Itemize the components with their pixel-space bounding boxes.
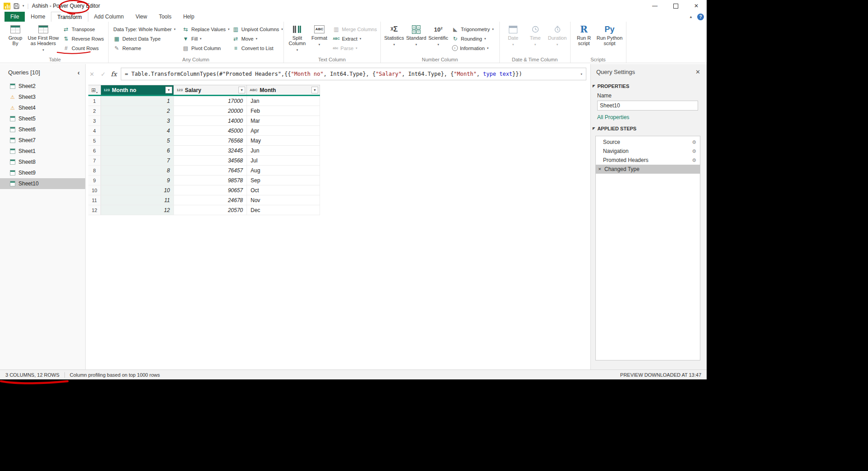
convert-to-list-button[interactable]: ≡ Convert to List: [231, 43, 281, 53]
cell-month[interactable]: Jun: [247, 146, 320, 155]
tab-transform[interactable]: Transform: [51, 12, 88, 22]
select-all-corner[interactable]: ⊞▾: [88, 85, 101, 95]
profiling-status[interactable]: Column profiling based on top 1000 rows: [70, 372, 160, 378]
unpivot-columns-button[interactable]: ▥ Unpivot Columns▾: [231, 24, 281, 34]
row-number[interactable]: 8: [88, 166, 101, 175]
row-number[interactable]: 12: [88, 205, 101, 215]
filter-icon[interactable]: ▼: [311, 87, 318, 93]
cell-month-no[interactable]: 8: [101, 166, 174, 175]
row-number[interactable]: 9: [88, 175, 101, 185]
cell-month-no[interactable]: 6: [101, 146, 174, 155]
step-source[interactable]: Source ⚙: [596, 138, 700, 147]
cell-salary[interactable]: 17000: [174, 96, 247, 106]
row-number[interactable]: 3: [88, 116, 101, 125]
cell-month-no[interactable]: 3: [101, 116, 174, 125]
commit-formula-icon[interactable]: ✓: [100, 71, 107, 78]
cell-salary[interactable]: 45000: [174, 126, 247, 135]
query-item-sheet4[interactable]: ⚠Sheet4: [0, 102, 85, 113]
row-number[interactable]: 1: [88, 96, 101, 106]
standard-button[interactable]: +−×÷ Standard▾: [406, 23, 427, 56]
cell-salary[interactable]: 20000: [174, 106, 247, 115]
cell-salary[interactable]: 76568: [174, 136, 247, 145]
expand-formula-bar-icon[interactable]: ▾: [580, 72, 583, 76]
cell-month[interactable]: May: [247, 136, 320, 145]
cell-salary[interactable]: 34568: [174, 156, 247, 165]
statistics-button[interactable]: ΧΣ Statistics▾: [384, 23, 405, 56]
step-promoted-headers[interactable]: Promoted Headers ⚙: [596, 156, 700, 165]
use-first-row-as-headers-button[interactable]: Use First Row as Headers▾: [27, 23, 59, 56]
cell-month-no[interactable]: 9: [101, 175, 174, 185]
filter-icon[interactable]: ▼: [238, 87, 245, 93]
cell-month-no[interactable]: 11: [101, 195, 174, 205]
pivot-column-button[interactable]: ▤ Pivot Column: [181, 43, 229, 53]
cell-salary[interactable]: 76457: [174, 166, 247, 175]
cell-salary[interactable]: 98578: [174, 175, 247, 185]
cell-month[interactable]: Jan: [247, 96, 320, 106]
format-button[interactable]: ABC Format▾: [309, 23, 330, 56]
column-header-month-no[interactable]: 123 Month no ▼: [101, 85, 174, 95]
cell-salary[interactable]: 32445: [174, 146, 247, 155]
tab-help[interactable]: Help: [177, 12, 200, 22]
column-header-month[interactable]: ABC Month ▼: [247, 85, 320, 95]
tab-add-column[interactable]: Add Column: [88, 12, 130, 22]
minimize-button[interactable]: —: [644, 0, 665, 12]
cell-month[interactable]: Sep: [247, 175, 320, 185]
query-item-sheet6[interactable]: Sheet6: [0, 124, 85, 135]
cell-month-no[interactable]: 10: [101, 185, 174, 195]
cell-month[interactable]: Dec: [247, 205, 320, 215]
row-number[interactable]: 6: [88, 146, 101, 155]
cell-month-no[interactable]: 1: [101, 96, 174, 106]
rounding-button[interactable]: ↻ Rounding▾: [450, 34, 497, 43]
gear-icon[interactable]: ⚙: [692, 157, 696, 163]
run-r-script-button[interactable]: R Run R script: [574, 23, 594, 56]
cell-month-no[interactable]: 7: [101, 156, 174, 165]
query-item-sheet10-selected[interactable]: Sheet10: [0, 178, 85, 189]
rename-button[interactable]: ✎ Rename: [112, 43, 179, 53]
cell-month[interactable]: Oct: [247, 185, 320, 195]
query-item-sheet8[interactable]: Sheet8: [0, 157, 85, 167]
properties-section-header[interactable]: ◤ PROPERTIES: [591, 78, 707, 91]
filter-icon[interactable]: ▼: [165, 87, 172, 93]
row-number[interactable]: 4: [88, 126, 101, 135]
query-item-sheet5[interactable]: Sheet5: [0, 113, 85, 124]
transpose-button[interactable]: ⇄ Transpose: [61, 24, 106, 34]
cell-month[interactable]: Nov: [247, 195, 320, 205]
cell-salary[interactable]: 20570: [174, 205, 247, 215]
query-item-sheet9[interactable]: Sheet9: [0, 167, 85, 178]
row-number[interactable]: 11: [88, 195, 101, 205]
cell-month[interactable]: Aug: [247, 166, 320, 175]
query-item-sheet7[interactable]: Sheet7: [0, 135, 85, 146]
replace-values-button[interactable]: ⇆ Replace Values▾: [181, 24, 229, 34]
row-number[interactable]: 7: [88, 156, 101, 165]
collapse-queries-pane-icon[interactable]: ‹: [78, 69, 80, 76]
delete-step-icon[interactable]: ✕: [598, 167, 603, 171]
cell-month-no[interactable]: 2: [101, 106, 174, 115]
quick-access-caret-icon[interactable]: ▾: [23, 4, 24, 8]
row-number[interactable]: 5: [88, 136, 101, 145]
cell-month-no[interactable]: 4: [101, 126, 174, 135]
run-python-script-button[interactable]: Py Run Python script: [596, 23, 624, 56]
cell-month[interactable]: Mar: [247, 116, 320, 125]
data-type-button[interactable]: Data Type: Whole Number▾: [112, 24, 179, 34]
gear-icon[interactable]: ⚙: [692, 148, 696, 154]
row-number[interactable]: 10: [88, 185, 101, 195]
row-number[interactable]: 2: [88, 106, 101, 115]
applied-steps-section-header[interactable]: ◤ APPLIED STEPS: [591, 120, 707, 133]
cell-month-no[interactable]: 5: [101, 136, 174, 145]
split-column-button[interactable]: Split Column▾: [287, 23, 308, 56]
step-navigation[interactable]: Navigation ⚙: [596, 147, 700, 156]
tab-file[interactable]: File: [5, 12, 25, 22]
query-name-input[interactable]: [597, 101, 698, 111]
column-header-salary[interactable]: 123 Salary ▼: [174, 85, 247, 95]
cell-month[interactable]: Jul: [247, 156, 320, 165]
tab-tools[interactable]: Tools: [153, 12, 177, 22]
cell-salary[interactable]: 14000: [174, 116, 247, 125]
cell-month[interactable]: Apr: [247, 126, 320, 135]
close-settings-icon[interactable]: ✕: [695, 69, 700, 75]
step-changed-type-selected[interactable]: ✕ Changed Type: [596, 165, 700, 174]
scientific-button[interactable]: 102 Scientific▾: [428, 23, 449, 56]
cell-month[interactable]: Feb: [247, 106, 320, 115]
collapse-ribbon-icon[interactable]: ▲: [689, 15, 693, 19]
all-properties-link[interactable]: All Properties: [591, 111, 707, 120]
formula-input[interactable]: = Table.TransformColumnTypes(#"Promoted …: [121, 68, 586, 80]
